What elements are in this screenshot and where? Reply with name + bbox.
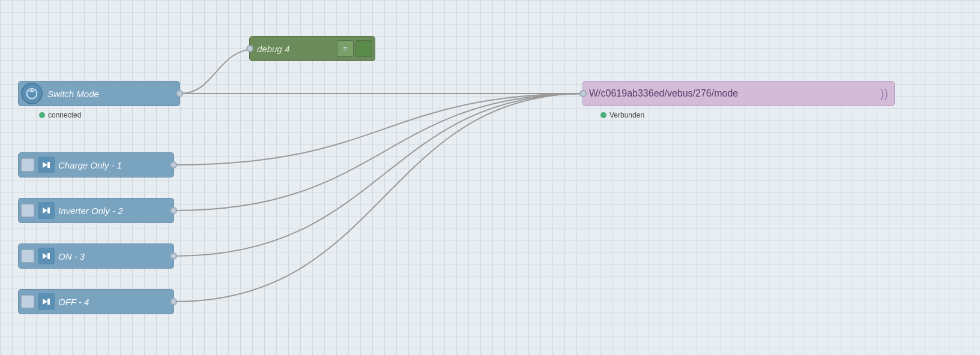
on-checkbox[interactable]: [21, 249, 34, 263]
off-node[interactable]: OFF - 4: [18, 289, 174, 314]
on-arrow: [38, 248, 55, 264]
debug-toggle-btn[interactable]: [355, 40, 372, 57]
debug-label: debug 4: [257, 44, 289, 54]
inverter-only-port-right[interactable]: [170, 207, 177, 214]
conn-off-mqtt: [175, 94, 585, 302]
conn-on-mqtt: [175, 94, 585, 256]
on-port-right[interactable]: [170, 252, 177, 260]
on-node[interactable]: ON - 3: [18, 243, 174, 269]
switch-mode-status: connected: [39, 111, 81, 119]
on-label: ON - 3: [58, 251, 85, 261]
svg-marker-3: [43, 207, 47, 213]
off-checkbox[interactable]: [21, 295, 34, 308]
mqtt-port-left[interactable]: [579, 90, 587, 97]
svg-marker-7: [43, 299, 47, 305]
off-label: OFF - 4: [58, 297, 89, 307]
charge-only-label: Charge Only - 1: [58, 160, 122, 170]
inverter-only-checkbox[interactable]: [21, 204, 34, 217]
svg-marker-1: [43, 162, 47, 168]
switch-mode-label: Switch Mode: [47, 89, 99, 99]
switch-mode-status-label: connected: [48, 111, 81, 119]
charge-only-arrow: [38, 157, 55, 173]
switch-mode-status-dot: [39, 112, 45, 118]
off-port-right[interactable]: [170, 298, 177, 305]
svg-rect-2: [47, 162, 50, 168]
inverter-only-arrow: [38, 202, 55, 219]
charge-only-port-right[interactable]: [170, 161, 177, 169]
mqtt-out-node[interactable]: W/c0619ab336ed/vebus/276/mode )): [582, 81, 895, 106]
flow-canvas: Switch Mode connected debug 4 ≡ Charge O…: [0, 0, 980, 355]
conn-switchmode-debug: [180, 49, 258, 94]
svg-marker-5: [43, 253, 47, 259]
debug-buttons: ≡: [337, 40, 372, 57]
mqtt-status-dot: [600, 112, 606, 118]
conn-chargeonly-mqtt: [175, 94, 585, 165]
mqtt-wave-icon: )): [880, 87, 888, 101]
switch-mode-node[interactable]: Switch Mode: [18, 81, 180, 106]
svg-rect-4: [47, 207, 50, 213]
mqtt-status: Verbunden: [600, 111, 644, 119]
debug-node[interactable]: debug 4 ≡: [249, 36, 375, 61]
charge-only-node[interactable]: Charge Only - 1: [18, 152, 174, 178]
off-arrow: [38, 293, 55, 310]
switch-mode-icon: [21, 83, 43, 104]
switch-mode-port-right[interactable]: [176, 90, 183, 97]
debug-list-btn[interactable]: ≡: [337, 40, 354, 57]
charge-only-checkbox[interactable]: [21, 158, 34, 172]
mqtt-label: W/c0619ab336ed/vebus/276/mode: [589, 88, 738, 99]
svg-rect-8: [47, 299, 50, 305]
inverter-only-node[interactable]: Inverter Only - 2: [18, 198, 174, 223]
debug-port-left[interactable]: [246, 45, 253, 52]
inverter-only-label: Inverter Only - 2: [58, 206, 123, 216]
conn-inverteronly-mqtt: [175, 94, 585, 210]
mqtt-status-label: Verbunden: [609, 111, 644, 119]
svg-rect-6: [47, 253, 50, 259]
